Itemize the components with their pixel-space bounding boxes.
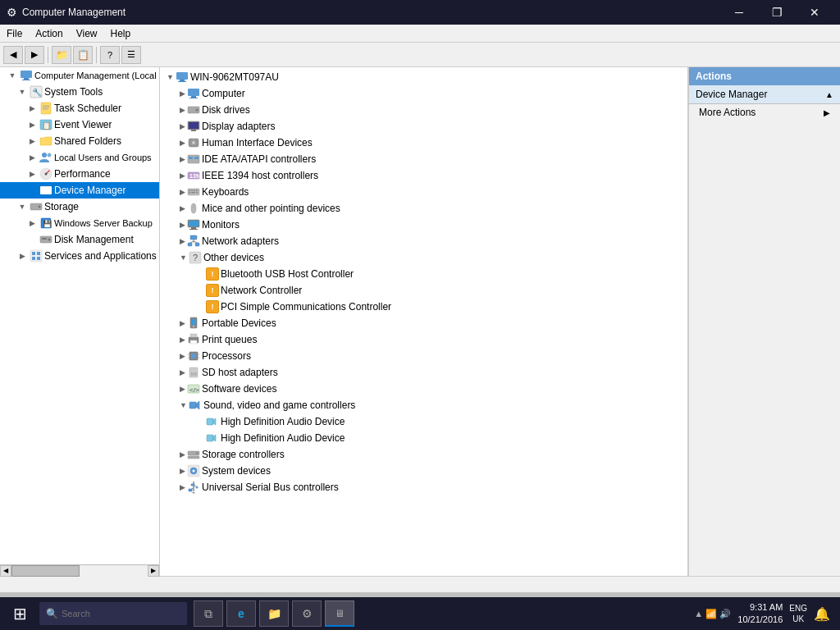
- storagectrl-expand[interactable]: ▶: [180, 450, 185, 459]
- sidebar-shared-folders[interactable]: ▶ Shared Folders: [0, 133, 159, 149]
- expand-root[interactable]: ▼: [7, 70, 18, 81]
- scroll-right-button[interactable]: ▶: [148, 565, 159, 577]
- explorer-button[interactable]: 📁: [259, 600, 289, 627]
- action-device-manager[interactable]: Device Manager ▲: [689, 85, 840, 104]
- left-panel-scrollbar[interactable]: ◀ ▶: [0, 564, 159, 576]
- disk-drives-label: Disk drives: [202, 104, 250, 116]
- sd-expand[interactable]: ▶: [180, 368, 185, 377]
- device-hid[interactable]: ▶ Human Interface Devices: [163, 135, 684, 151]
- device-sysdevices[interactable]: ▶ System devices: [163, 463, 684, 479]
- mice-expand[interactable]: ▶: [180, 204, 185, 212]
- sidebar-storage[interactable]: ▼ Storage: [0, 199, 159, 215]
- device-processors[interactable]: ▶ Processors: [163, 348, 684, 364]
- ie-button[interactable]: e: [226, 600, 256, 627]
- scroll-track[interactable]: [11, 565, 148, 577]
- expand-shared[interactable]: ▶: [26, 135, 38, 147]
- taskview-button[interactable]: ⧉: [194, 600, 223, 627]
- servermgr-button[interactable]: 🖥: [325, 600, 354, 627]
- ieee-expand[interactable]: ▶: [180, 171, 185, 180]
- device-ieee[interactable]: ▶ 1394 IEEE 1394 host controllers: [163, 167, 684, 184]
- expand-perf[interactable]: ▶: [26, 168, 38, 180]
- sidebar-root[interactable]: ▼ Computer Management (Local: [0, 67, 159, 84]
- expand-device[interactable]: [26, 185, 38, 196]
- device-root[interactable]: ▼ WIN-9062MT097AU: [163, 69, 684, 85]
- scroll-thumb[interactable]: [11, 565, 80, 577]
- view-button[interactable]: ☰: [121, 46, 141, 64]
- sidebar-task-scheduler[interactable]: ▶ Task Scheduler: [0, 100, 159, 116]
- search-box[interactable]: 🔍: [39, 602, 187, 625]
- sidebar-device-manager[interactable]: Device Manager: [0, 182, 159, 199]
- device-other[interactable]: ▼ ? Other devices: [163, 249, 684, 266]
- search-input[interactable]: [62, 609, 168, 619]
- sysdevices-expand[interactable]: ▶: [180, 467, 185, 475]
- disk-drives-expand[interactable]: ▶: [180, 106, 185, 114]
- restore-button[interactable]: ❐: [758, 0, 796, 25]
- software-expand[interactable]: ▶: [180, 385, 185, 393]
- device-monitors[interactable]: ▶ Monitors: [163, 217, 684, 233]
- sidebar-performance[interactable]: ▶ Performance: [0, 166, 159, 182]
- device-mice[interactable]: ▶ Mice and other pointing devices: [163, 200, 684, 217]
- display-expand[interactable]: ▶: [180, 122, 185, 130]
- menu-view[interactable]: View: [70, 25, 104, 42]
- expand-services[interactable]: ▶: [16, 250, 28, 262]
- action-more-actions[interactable]: More Actions ▶: [689, 104, 840, 121]
- device-bluetooth[interactable]: ! Bluetooth USB Host Controller: [163, 266, 684, 282]
- forward-button[interactable]: ▶: [25, 46, 44, 64]
- scroll-left-button[interactable]: ◀: [0, 565, 11, 577]
- hid-expand[interactable]: ▶: [180, 139, 185, 147]
- device-sound[interactable]: ▼ Sound, video and game controllers: [163, 397, 684, 413]
- menu-action[interactable]: Action: [29, 25, 69, 42]
- device-disk-drives[interactable]: ▶ Disk drives: [163, 102, 684, 118]
- settings-button[interactable]: ⚙: [292, 600, 322, 627]
- device-audio1[interactable]: High Definition Audio Device: [163, 413, 684, 430]
- other-expand[interactable]: ▼: [180, 253, 187, 262]
- minimize-button[interactable]: ─: [720, 0, 758, 25]
- device-computer[interactable]: ▶ Computer: [163, 85, 684, 102]
- device-print[interactable]: ▶ Print queues: [163, 331, 684, 348]
- expand-users[interactable]: ▶: [26, 152, 38, 163]
- expand-storage[interactable]: ▼: [16, 201, 28, 212]
- device-keyboards[interactable]: ▶ Keyboards: [163, 184, 684, 200]
- device-display-adapters[interactable]: ▶ Display adapters: [163, 118, 684, 135]
- proc-expand[interactable]: ▶: [180, 352, 185, 360]
- sidebar-disk-mgmt[interactable]: Disk Management: [0, 231, 159, 248]
- device-pci[interactable]: ! PCI Simple Communications Controller: [163, 299, 684, 315]
- start-button[interactable]: ⊞: [3, 600, 36, 627]
- close-button[interactable]: ✕: [796, 0, 833, 25]
- device-audio2[interactable]: High Definition Audio Device: [163, 430, 684, 446]
- up-button[interactable]: 📁: [52, 46, 71, 64]
- expand-task[interactable]: ▶: [26, 103, 38, 114]
- back-button[interactable]: ◀: [3, 46, 23, 64]
- menu-file[interactable]: File: [0, 25, 29, 42]
- sidebar-local-users[interactable]: ▶ Local Users and Groups: [0, 149, 159, 166]
- portable-expand[interactable]: ▶: [180, 319, 185, 327]
- monitors-expand[interactable]: ▶: [180, 221, 185, 229]
- sidebar-services[interactable]: ▶ Services and Applications: [0, 248, 159, 264]
- device-usb[interactable]: ▶ Universal Serial Bus controllers: [163, 479, 684, 495]
- device-net-ctrl[interactable]: ! Network Controller: [163, 282, 684, 299]
- menu-help[interactable]: Help: [104, 25, 138, 42]
- device-network[interactable]: ▶ Network adapters: [163, 233, 684, 249]
- show-hide-button[interactable]: 📋: [73, 46, 93, 64]
- expand-system-tools[interactable]: ▼: [16, 86, 28, 98]
- expand-event[interactable]: ▶: [26, 119, 38, 130]
- expand-disk[interactable]: [26, 234, 38, 245]
- sidebar-backup[interactable]: ▶ 💾 Windows Server Backup: [0, 215, 159, 231]
- device-storage-ctrl[interactable]: ▶ Storage controllers: [163, 446, 684, 463]
- ide-expand[interactable]: ▶: [180, 155, 185, 163]
- root-expand-icon[interactable]: ▼: [167, 73, 174, 81]
- sidebar-event-viewer[interactable]: ▶ 📋 Event Viewer: [0, 116, 159, 133]
- network-expand[interactable]: ▶: [180, 237, 185, 245]
- keyboards-expand[interactable]: ▶: [180, 188, 185, 196]
- help-button[interactable]: ?: [100, 46, 120, 64]
- device-sd[interactable]: ▶ SD host adapters: [163, 364, 684, 381]
- sidebar-system-tools[interactable]: ▼ 🔧 System Tools: [0, 84, 159, 100]
- sound-expand[interactable]: ▼: [180, 401, 187, 409]
- device-software[interactable]: ▶ </> Software devices: [163, 381, 684, 397]
- device-ide[interactable]: ▶ IDE ATA/ATAPI controllers: [163, 151, 684, 167]
- device-portable[interactable]: ▶ Portable Devices: [163, 315, 684, 331]
- print-expand[interactable]: ▶: [180, 336, 185, 344]
- computer-expand[interactable]: ▶: [180, 89, 185, 98]
- usb-expand[interactable]: ▶: [180, 483, 185, 491]
- expand-backup[interactable]: ▶: [26, 217, 38, 229]
